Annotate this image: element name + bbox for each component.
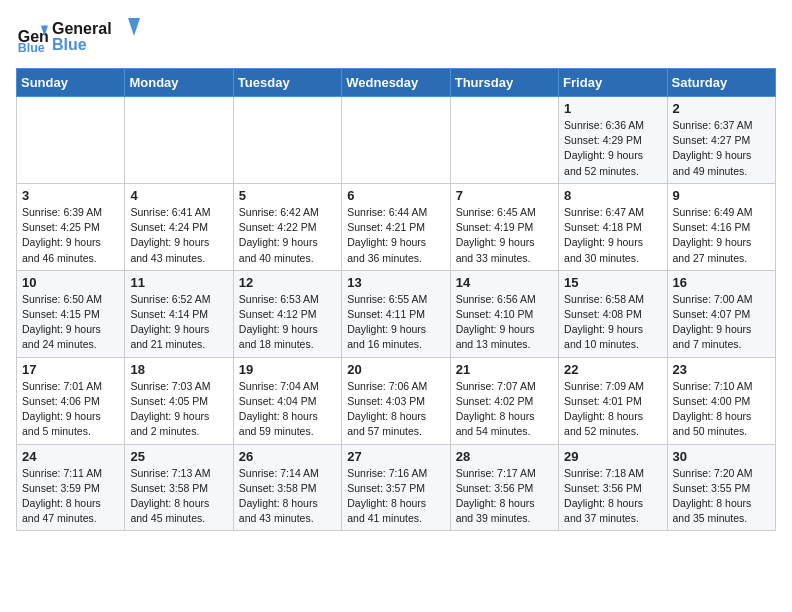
- week-row-2: 3Sunrise: 6:39 AMSunset: 4:25 PMDaylight…: [17, 183, 776, 270]
- day-detail: Sunrise: 7:04 AMSunset: 4:04 PMDaylight:…: [239, 379, 336, 440]
- svg-text:Blue: Blue: [18, 41, 45, 54]
- page-header: General Blue General Blue: [16, 16, 776, 60]
- day-detail: Sunrise: 6:50 AMSunset: 4:15 PMDaylight:…: [22, 292, 119, 353]
- svg-text:General: General: [52, 20, 112, 37]
- col-header-monday: Monday: [125, 69, 233, 97]
- day-cell: [450, 97, 558, 184]
- day-number: 21: [456, 362, 553, 377]
- day-number: 28: [456, 449, 553, 464]
- day-number: 22: [564, 362, 661, 377]
- day-detail: Sunrise: 7:09 AMSunset: 4:01 PMDaylight:…: [564, 379, 661, 440]
- day-detail: Sunrise: 7:03 AMSunset: 4:05 PMDaylight:…: [130, 379, 227, 440]
- day-detail: Sunrise: 7:07 AMSunset: 4:02 PMDaylight:…: [456, 379, 553, 440]
- col-header-wednesday: Wednesday: [342, 69, 450, 97]
- day-cell: 17Sunrise: 7:01 AMSunset: 4:06 PMDayligh…: [17, 357, 125, 444]
- day-cell: 30Sunrise: 7:20 AMSunset: 3:55 PMDayligh…: [667, 444, 775, 531]
- day-number: 10: [22, 275, 119, 290]
- day-detail: Sunrise: 6:37 AMSunset: 4:27 PMDaylight:…: [673, 118, 770, 179]
- day-number: 8: [564, 188, 661, 203]
- day-detail: Sunrise: 7:18 AMSunset: 3:56 PMDaylight:…: [564, 466, 661, 527]
- day-detail: Sunrise: 6:39 AMSunset: 4:25 PMDaylight:…: [22, 205, 119, 266]
- day-cell: 16Sunrise: 7:00 AMSunset: 4:07 PMDayligh…: [667, 270, 775, 357]
- day-detail: Sunrise: 6:45 AMSunset: 4:19 PMDaylight:…: [456, 205, 553, 266]
- day-cell: 29Sunrise: 7:18 AMSunset: 3:56 PMDayligh…: [559, 444, 667, 531]
- day-number: 23: [673, 362, 770, 377]
- day-detail: Sunrise: 6:58 AMSunset: 4:08 PMDaylight:…: [564, 292, 661, 353]
- col-header-tuesday: Tuesday: [233, 69, 341, 97]
- day-cell: [17, 97, 125, 184]
- day-detail: Sunrise: 6:53 AMSunset: 4:12 PMDaylight:…: [239, 292, 336, 353]
- day-cell: 9Sunrise: 6:49 AMSunset: 4:16 PMDaylight…: [667, 183, 775, 270]
- day-cell: 10Sunrise: 6:50 AMSunset: 4:15 PMDayligh…: [17, 270, 125, 357]
- day-number: 15: [564, 275, 661, 290]
- day-detail: Sunrise: 7:13 AMSunset: 3:58 PMDaylight:…: [130, 466, 227, 527]
- day-cell: 2Sunrise: 6:37 AMSunset: 4:27 PMDaylight…: [667, 97, 775, 184]
- day-detail: Sunrise: 6:44 AMSunset: 4:21 PMDaylight:…: [347, 205, 444, 266]
- day-number: 24: [22, 449, 119, 464]
- day-number: 20: [347, 362, 444, 377]
- day-detail: Sunrise: 6:49 AMSunset: 4:16 PMDaylight:…: [673, 205, 770, 266]
- day-cell: 6Sunrise: 6:44 AMSunset: 4:21 PMDaylight…: [342, 183, 450, 270]
- week-row-5: 24Sunrise: 7:11 AMSunset: 3:59 PMDayligh…: [17, 444, 776, 531]
- day-detail: Sunrise: 6:55 AMSunset: 4:11 PMDaylight:…: [347, 292, 444, 353]
- day-number: 25: [130, 449, 227, 464]
- day-detail: Sunrise: 7:11 AMSunset: 3:59 PMDaylight:…: [22, 466, 119, 527]
- day-detail: Sunrise: 7:20 AMSunset: 3:55 PMDaylight:…: [673, 466, 770, 527]
- day-cell: 4Sunrise: 6:41 AMSunset: 4:24 PMDaylight…: [125, 183, 233, 270]
- day-detail: Sunrise: 6:41 AMSunset: 4:24 PMDaylight:…: [130, 205, 227, 266]
- logo-svg: General Blue: [52, 16, 142, 56]
- day-cell: [125, 97, 233, 184]
- day-number: 7: [456, 188, 553, 203]
- day-cell: 28Sunrise: 7:17 AMSunset: 3:56 PMDayligh…: [450, 444, 558, 531]
- day-cell: 18Sunrise: 7:03 AMSunset: 4:05 PMDayligh…: [125, 357, 233, 444]
- day-cell: 5Sunrise: 6:42 AMSunset: 4:22 PMDaylight…: [233, 183, 341, 270]
- col-header-friday: Friday: [559, 69, 667, 97]
- day-number: 29: [564, 449, 661, 464]
- day-detail: Sunrise: 7:01 AMSunset: 4:06 PMDaylight:…: [22, 379, 119, 440]
- day-number: 11: [130, 275, 227, 290]
- day-number: 14: [456, 275, 553, 290]
- day-cell: 27Sunrise: 7:16 AMSunset: 3:57 PMDayligh…: [342, 444, 450, 531]
- day-number: 2: [673, 101, 770, 116]
- day-number: 13: [347, 275, 444, 290]
- day-detail: Sunrise: 7:16 AMSunset: 3:57 PMDaylight:…: [347, 466, 444, 527]
- week-row-1: 1Sunrise: 6:36 AMSunset: 4:29 PMDaylight…: [17, 97, 776, 184]
- day-cell: 23Sunrise: 7:10 AMSunset: 4:00 PMDayligh…: [667, 357, 775, 444]
- day-cell: 12Sunrise: 6:53 AMSunset: 4:12 PMDayligh…: [233, 270, 341, 357]
- day-number: 1: [564, 101, 661, 116]
- day-cell: 11Sunrise: 6:52 AMSunset: 4:14 PMDayligh…: [125, 270, 233, 357]
- day-detail: Sunrise: 7:00 AMSunset: 4:07 PMDaylight:…: [673, 292, 770, 353]
- day-cell: [342, 97, 450, 184]
- day-detail: Sunrise: 7:06 AMSunset: 4:03 PMDaylight:…: [347, 379, 444, 440]
- week-row-3: 10Sunrise: 6:50 AMSunset: 4:15 PMDayligh…: [17, 270, 776, 357]
- day-number: 16: [673, 275, 770, 290]
- day-cell: 7Sunrise: 6:45 AMSunset: 4:19 PMDaylight…: [450, 183, 558, 270]
- day-number: 17: [22, 362, 119, 377]
- day-cell: [233, 97, 341, 184]
- day-number: 5: [239, 188, 336, 203]
- day-detail: Sunrise: 7:14 AMSunset: 3:58 PMDaylight:…: [239, 466, 336, 527]
- day-cell: 20Sunrise: 7:06 AMSunset: 4:03 PMDayligh…: [342, 357, 450, 444]
- day-detail: Sunrise: 6:36 AMSunset: 4:29 PMDaylight:…: [564, 118, 661, 179]
- day-number: 3: [22, 188, 119, 203]
- day-detail: Sunrise: 6:47 AMSunset: 4:18 PMDaylight:…: [564, 205, 661, 266]
- day-cell: 3Sunrise: 6:39 AMSunset: 4:25 PMDaylight…: [17, 183, 125, 270]
- day-cell: 13Sunrise: 6:55 AMSunset: 4:11 PMDayligh…: [342, 270, 450, 357]
- day-cell: 19Sunrise: 7:04 AMSunset: 4:04 PMDayligh…: [233, 357, 341, 444]
- day-cell: 26Sunrise: 7:14 AMSunset: 3:58 PMDayligh…: [233, 444, 341, 531]
- day-number: 30: [673, 449, 770, 464]
- day-detail: Sunrise: 7:10 AMSunset: 4:00 PMDaylight:…: [673, 379, 770, 440]
- day-cell: 25Sunrise: 7:13 AMSunset: 3:58 PMDayligh…: [125, 444, 233, 531]
- day-number: 26: [239, 449, 336, 464]
- col-header-thursday: Thursday: [450, 69, 558, 97]
- day-number: 18: [130, 362, 227, 377]
- svg-text:Blue: Blue: [52, 36, 87, 53]
- day-detail: Sunrise: 6:56 AMSunset: 4:10 PMDaylight:…: [456, 292, 553, 353]
- day-number: 27: [347, 449, 444, 464]
- day-cell: 24Sunrise: 7:11 AMSunset: 3:59 PMDayligh…: [17, 444, 125, 531]
- day-cell: 1Sunrise: 6:36 AMSunset: 4:29 PMDaylight…: [559, 97, 667, 184]
- day-cell: 8Sunrise: 6:47 AMSunset: 4:18 PMDaylight…: [559, 183, 667, 270]
- day-number: 9: [673, 188, 770, 203]
- day-number: 12: [239, 275, 336, 290]
- logo: General Blue General Blue: [16, 16, 142, 60]
